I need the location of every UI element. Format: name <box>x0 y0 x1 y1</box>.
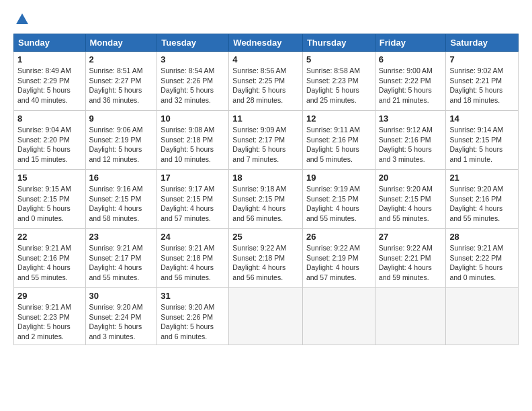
day-number: 9 <box>89 113 154 124</box>
calendar-header-day: Tuesday <box>157 34 229 52</box>
day-number: 27 <box>379 232 443 242</box>
calendar-cell: 15Sunrise: 9:15 AMSunset: 2:15 PMDayligh… <box>14 170 86 229</box>
day-number: 5 <box>306 54 371 64</box>
day-number: 1 <box>17 54 82 64</box>
calendar-cell: 19Sunrise: 9:19 AMSunset: 2:15 PMDayligh… <box>302 170 375 229</box>
day-detail: Sunrise: 9:20 AMSunset: 2:15 PMDaylight:… <box>379 184 443 224</box>
day-number: 30 <box>89 291 154 301</box>
day-detail: Sunrise: 9:11 AMSunset: 2:16 PMDaylight:… <box>306 125 371 165</box>
calendar-header-day: Monday <box>85 34 157 52</box>
calendar-header-day: Thursday <box>302 34 375 52</box>
day-number: 21 <box>449 173 515 183</box>
calendar-cell: 22Sunrise: 9:21 AMSunset: 2:16 PMDayligh… <box>14 229 86 288</box>
calendar-cell: 5Sunrise: 8:58 AMSunset: 2:23 PMDaylight… <box>302 52 375 111</box>
day-number: 2 <box>89 54 154 64</box>
day-detail: Sunrise: 9:08 AMSunset: 2:18 PMDaylight:… <box>161 125 225 165</box>
day-number: 10 <box>161 113 225 124</box>
day-detail: Sunrise: 9:02 AMSunset: 2:21 PMDaylight:… <box>449 66 515 105</box>
calendar-cell: 13Sunrise: 9:12 AMSunset: 2:16 PMDayligh… <box>375 111 446 170</box>
day-number: 29 <box>17 291 82 301</box>
day-detail: Sunrise: 9:21 AMSunset: 2:18 PMDaylight:… <box>161 243 225 283</box>
day-detail: Sunrise: 9:20 AMSunset: 2:16 PMDaylight:… <box>449 184 515 224</box>
calendar-cell: 1Sunrise: 8:49 AMSunset: 2:29 PMDaylight… <box>14 52 86 111</box>
calendar-cell: 27Sunrise: 9:22 AMSunset: 2:21 PMDayligh… <box>375 229 446 288</box>
day-number: 7 <box>449 54 515 64</box>
day-detail: Sunrise: 9:21 AMSunset: 2:23 PMDaylight:… <box>17 302 82 342</box>
calendar-week-row: 8Sunrise: 9:04 AMSunset: 2:20 PMDaylight… <box>14 111 519 170</box>
calendar-cell: 17Sunrise: 9:17 AMSunset: 2:15 PMDayligh… <box>157 170 229 229</box>
day-detail: Sunrise: 9:20 AMSunset: 2:26 PMDaylight:… <box>161 302 225 342</box>
day-detail: Sunrise: 9:04 AMSunset: 2:20 PMDaylight:… <box>17 125 82 165</box>
svg-marker-0 <box>16 13 28 24</box>
calendar-cell: 14Sunrise: 9:14 AMSunset: 2:15 PMDayligh… <box>446 111 519 170</box>
calendar-cell: 6Sunrise: 9:00 AMSunset: 2:22 PMDaylight… <box>375 52 446 111</box>
day-number: 19 <box>306 173 371 183</box>
calendar-cell <box>302 288 375 345</box>
calendar-cell: 29Sunrise: 9:21 AMSunset: 2:23 PMDayligh… <box>14 288 86 345</box>
calendar-header-day: Sunday <box>14 34 86 52</box>
calendar-header-day: Wednesday <box>229 34 303 52</box>
calendar-cell: 10Sunrise: 9:08 AMSunset: 2:18 PMDayligh… <box>157 111 229 170</box>
calendar-body: 1Sunrise: 8:49 AMSunset: 2:29 PMDaylight… <box>14 52 519 345</box>
day-number: 25 <box>232 232 299 242</box>
calendar-table: SundayMondayTuesdayWednesdayThursdayFrid… <box>13 34 519 345</box>
calendar-cell: 9Sunrise: 9:06 AMSunset: 2:19 PMDaylight… <box>85 111 157 170</box>
day-detail: Sunrise: 9:12 AMSunset: 2:16 PMDaylight:… <box>379 125 443 165</box>
day-detail: Sunrise: 9:19 AMSunset: 2:15 PMDaylight:… <box>306 184 371 224</box>
day-number: 12 <box>306 113 371 124</box>
calendar-week-row: 1Sunrise: 8:49 AMSunset: 2:29 PMDaylight… <box>14 52 519 111</box>
calendar-week-row: 22Sunrise: 9:21 AMSunset: 2:16 PMDayligh… <box>14 229 519 288</box>
calendar-week-row: 15Sunrise: 9:15 AMSunset: 2:15 PMDayligh… <box>14 170 519 229</box>
day-number: 6 <box>379 54 443 64</box>
calendar-cell <box>229 288 303 345</box>
day-detail: Sunrise: 9:22 AMSunset: 2:19 PMDaylight:… <box>306 243 371 283</box>
day-number: 15 <box>17 173 82 183</box>
day-detail: Sunrise: 9:17 AMSunset: 2:15 PMDaylight:… <box>161 184 225 224</box>
day-number: 8 <box>17 113 82 124</box>
day-detail: Sunrise: 9:21 AMSunset: 2:16 PMDaylight:… <box>17 243 82 283</box>
day-number: 4 <box>232 54 299 64</box>
day-detail: Sunrise: 9:15 AMSunset: 2:15 PMDaylight:… <box>17 184 82 224</box>
logo <box>13 12 30 27</box>
day-number: 13 <box>379 113 443 124</box>
day-number: 23 <box>89 232 154 242</box>
day-number: 17 <box>161 173 225 183</box>
day-number: 24 <box>161 232 225 242</box>
day-detail: Sunrise: 8:51 AMSunset: 2:27 PMDaylight:… <box>89 66 154 105</box>
day-detail: Sunrise: 9:22 AMSunset: 2:21 PMDaylight:… <box>379 243 443 283</box>
day-detail: Sunrise: 9:20 AMSunset: 2:24 PMDaylight:… <box>89 302 154 342</box>
day-detail: Sunrise: 9:00 AMSunset: 2:22 PMDaylight:… <box>379 66 443 105</box>
logo-icon <box>15 12 30 27</box>
day-number: 22 <box>17 232 82 242</box>
day-detail: Sunrise: 9:09 AMSunset: 2:17 PMDaylight:… <box>232 125 299 165</box>
calendar-cell: 23Sunrise: 9:21 AMSunset: 2:17 PMDayligh… <box>85 229 157 288</box>
calendar-cell: 8Sunrise: 9:04 AMSunset: 2:20 PMDaylight… <box>14 111 86 170</box>
day-number: 26 <box>306 232 371 242</box>
calendar-cell <box>375 288 446 345</box>
calendar-cell: 21Sunrise: 9:20 AMSunset: 2:16 PMDayligh… <box>446 170 519 229</box>
calendar-cell: 4Sunrise: 8:56 AMSunset: 2:25 PMDaylight… <box>229 52 303 111</box>
day-detail: Sunrise: 9:06 AMSunset: 2:19 PMDaylight:… <box>89 125 154 165</box>
calendar-cell: 7Sunrise: 9:02 AMSunset: 2:21 PMDaylight… <box>446 52 519 111</box>
calendar-header-day: Friday <box>375 34 446 52</box>
day-number: 18 <box>232 173 299 183</box>
calendar-cell: 31Sunrise: 9:20 AMSunset: 2:26 PMDayligh… <box>157 288 229 345</box>
day-number: 20 <box>379 173 443 183</box>
day-number: 11 <box>232 113 299 124</box>
day-number: 14 <box>449 113 515 124</box>
day-detail: Sunrise: 8:58 AMSunset: 2:23 PMDaylight:… <box>306 66 371 105</box>
day-number: 31 <box>161 291 225 301</box>
calendar-cell: 25Sunrise: 9:22 AMSunset: 2:18 PMDayligh… <box>229 229 303 288</box>
calendar-header-row: SundayMondayTuesdayWednesdayThursdayFrid… <box>14 34 519 52</box>
day-detail: Sunrise: 8:54 AMSunset: 2:26 PMDaylight:… <box>161 66 225 105</box>
day-detail: Sunrise: 9:14 AMSunset: 2:15 PMDaylight:… <box>449 125 515 165</box>
page: SundayMondayTuesdayWednesdayThursdayFrid… <box>0 0 532 352</box>
calendar-cell: 16Sunrise: 9:16 AMSunset: 2:15 PMDayligh… <box>85 170 157 229</box>
day-detail: Sunrise: 8:49 AMSunset: 2:29 PMDaylight:… <box>17 66 82 105</box>
calendar-cell: 3Sunrise: 8:54 AMSunset: 2:26 PMDaylight… <box>157 52 229 111</box>
calendar-cell: 18Sunrise: 9:18 AMSunset: 2:15 PMDayligh… <box>229 170 303 229</box>
day-detail: Sunrise: 9:21 AMSunset: 2:22 PMDaylight:… <box>449 243 515 283</box>
day-number: 16 <box>89 173 154 183</box>
calendar-cell: 20Sunrise: 9:20 AMSunset: 2:15 PMDayligh… <box>375 170 446 229</box>
calendar-week-row: 29Sunrise: 9:21 AMSunset: 2:23 PMDayligh… <box>14 288 519 345</box>
